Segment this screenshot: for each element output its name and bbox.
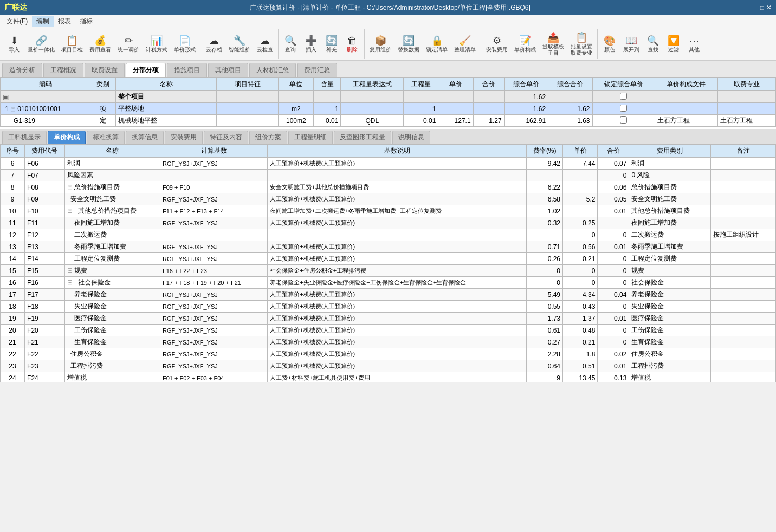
menu-indicator[interactable]: 指标	[75, 16, 97, 27]
bottom-tab-unit-compose[interactable]: 单价构成	[48, 131, 86, 144]
btn-install-fee[interactable]: ⚙ 安装费用	[483, 34, 510, 55]
bottom-tab-qty-detail[interactable]: 工程量明细	[288, 131, 333, 144]
bottom-tab-labor[interactable]: 工料机显示	[2, 131, 47, 144]
btn-clean-list[interactable]: 🧹 整理清单	[451, 34, 478, 55]
cloud-check-icon: ☁	[260, 36, 270, 46]
cost-row-type: 失业保险金	[629, 301, 711, 313]
tab-fee-settings[interactable]: 取费设置	[85, 63, 125, 77]
cost-row-total: 0	[598, 325, 629, 336]
import-icon: ⬇	[10, 36, 18, 46]
cost-row-code: F14	[25, 253, 64, 265]
col-header-type: 类别	[90, 78, 116, 91]
menu-file[interactable]: 文件(F)	[2, 16, 32, 27]
tab-project-overview[interactable]: 工程概况	[43, 63, 83, 77]
bottom-tab-convert-info[interactable]: 换算信息	[126, 131, 164, 144]
cost-row-name: 住房公积金	[64, 348, 160, 360]
btn-unit-compose[interactable]: 📝 单价构成	[512, 34, 539, 55]
bottom-tab-notes[interactable]: 说明信息	[392, 131, 430, 144]
cost-row-type: 利润	[629, 158, 711, 170]
cost-table-row: 12 F12 二次搬运费 0 0 二次搬运费 按施工组织设计	[1, 229, 776, 241]
cost-row-base-desc	[268, 229, 527, 241]
btn-import[interactable]: ⬇ 导入	[4, 34, 24, 55]
cost-row-total: 0	[598, 229, 629, 241]
bottom-tab-std-convert[interactable]: 标准换算	[87, 131, 125, 144]
cost-row-base	[160, 170, 268, 181]
bottom-tab-install-fee[interactable]: 安装费用	[165, 131, 203, 144]
table-row-g1-319: G1-319 定 机械场地平整 100m2 0.01 QDL 0.01 127.…	[1, 115, 776, 127]
btn-project-check[interactable]: 📋 项目目检	[59, 34, 86, 55]
btn-smart-price[interactable]: 🔧 智能组价	[226, 34, 253, 55]
cost-row-base: RGF_YSJ+JXF_YSJ	[160, 158, 268, 170]
btn-price-unity[interactable]: 🔗 量价一体化	[25, 34, 57, 55]
delete-icon: 🗑	[347, 36, 357, 46]
menu-report[interactable]: 报表	[54, 16, 75, 27]
btn-lock-list[interactable]: 🔒 锁定清单	[423, 34, 450, 55]
collapse-icon[interactable]: ▣	[3, 93, 9, 101]
color-icon: 🎨	[604, 36, 616, 46]
lock-checkbox-1[interactable]	[620, 105, 627, 112]
cost-col-type: 费用类别	[629, 145, 711, 158]
cost-row-rate: 2.28	[527, 348, 563, 360]
btn-supplement[interactable]: 🔄 补充	[322, 34, 341, 55]
tab-cost-analysis[interactable]: 造价分析	[2, 63, 42, 77]
bottom-tab-price-plan[interactable]: 组价方案	[249, 131, 287, 144]
cost-row-total: 0.06	[598, 181, 629, 193]
cost-row-name: 生育保险金	[64, 336, 160, 348]
cost-col-unit-price: 单价	[563, 145, 598, 158]
btn-fee-view[interactable]: 💰 费用查看	[87, 34, 114, 55]
cost-row-code: F21	[25, 336, 64, 348]
btn-filter[interactable]: 🔽 过滤	[664, 34, 683, 55]
btn-cloud-save[interactable]: ☁ 云存档	[203, 34, 225, 55]
btn-tax[interactable]: 📊 计税方式	[143, 34, 170, 55]
top-table-section: 编码 类别 名称 项目特征 单位 含量 工程量表达式 工程量 单价 合价 综合单…	[0, 77, 776, 127]
btn-other[interactable]: ⋯ 其他	[684, 34, 704, 55]
btn-adjust[interactable]: ✏ 统一调价	[115, 34, 142, 55]
cost-row-unit-price: 0	[563, 277, 598, 289]
price-unity-icon: 🔗	[35, 36, 47, 46]
window-controls[interactable]: ─ □ ✕	[753, 4, 772, 11]
tab-measures[interactable]: 措施项目	[167, 63, 207, 77]
cost-row-base-desc: 人工费+材料费+施工机具使用费+费用	[268, 372, 527, 383]
menu-edit[interactable]: 编制	[32, 16, 54, 27]
cost-row-base: F11 + F12 + F13 + F14	[160, 205, 268, 217]
bottom-tab-features[interactable]: 特征及内容	[204, 131, 248, 144]
btn-unit-form[interactable]: 📄 单价形式	[171, 34, 198, 55]
btn-replace-data[interactable]: 🔄 替换数据	[395, 34, 422, 55]
btn-batch-set[interactable]: 📋 批量设置取费专业	[568, 31, 595, 58]
tab-fee-summary[interactable]: 费用汇总	[297, 63, 337, 77]
install-fee-icon: ⚙	[493, 36, 501, 46]
btn-extract-template[interactable]: 📤 提取模板子目	[540, 31, 567, 58]
tab-other-items[interactable]: 其他项目	[208, 63, 248, 77]
cost-row-base-desc: 人工预算价+机械费(人工预算价)	[268, 158, 527, 170]
btn-delete[interactable]: 🗑 删除	[342, 34, 362, 55]
cost-table-row: 23 F23 工程排污费 RGF_YSJ+JXF_YSJ 人工预算价+机械费(人…	[1, 360, 776, 372]
tax-icon: 📊	[151, 36, 163, 46]
cost-row-rate: 0.55	[527, 301, 563, 313]
lock-checkbox-g1[interactable]	[620, 116, 627, 124]
btn-insert[interactable]: ➕ 插入	[301, 34, 321, 55]
btn-cloud-check[interactable]: ☁ 云检查	[254, 34, 276, 55]
cost-row-num: 10	[1, 205, 25, 217]
lock-checkbox-group[interactable]	[620, 93, 627, 100]
cost-table-row: 6 F06 利润 RGF_YSJ+JXF_YSJ 人工预算价+机械费(人工预算价…	[1, 158, 776, 170]
cost-row-note	[711, 277, 776, 289]
cloud-save-icon: ☁	[209, 36, 219, 46]
cost-row-unit-price	[563, 181, 598, 193]
cost-row-rate: 1.73	[527, 313, 563, 325]
btn-expand[interactable]: 📖 展开到	[620, 34, 642, 55]
bottom-tab-reverse-check[interactable]: 反查图形工程量	[334, 131, 391, 144]
cost-row-rate: 6.58	[527, 193, 563, 205]
cost-row-rate	[527, 170, 563, 181]
cost-table-row: 24 F24 增值税 F01 + F02 + F03 + F04 人工费+材料费…	[1, 372, 776, 383]
cost-row-total: 0.07	[598, 158, 629, 170]
tab-labor-materials[interactable]: 人材机汇总	[249, 63, 296, 77]
tab-section[interactable]: 分部分项	[126, 63, 166, 77]
cost-row-base-desc: 人工预算价+机械费(人工预算价)	[268, 301, 527, 313]
cost-row-num: 12	[1, 229, 25, 241]
cost-table-row: 10 F10 ⊟ 其他总价措施项目费 F11 + F12 + F13 + F14…	[1, 205, 776, 217]
row1-expand[interactable]: ⊟	[10, 105, 16, 113]
btn-reuse-price[interactable]: 📦 复用组价	[367, 34, 394, 55]
btn-find[interactable]: 🔍 查找	[643, 34, 663, 55]
btn-search[interactable]: 🔍 查询	[281, 34, 300, 55]
btn-color[interactable]: 🎨 颜色	[600, 34, 619, 55]
